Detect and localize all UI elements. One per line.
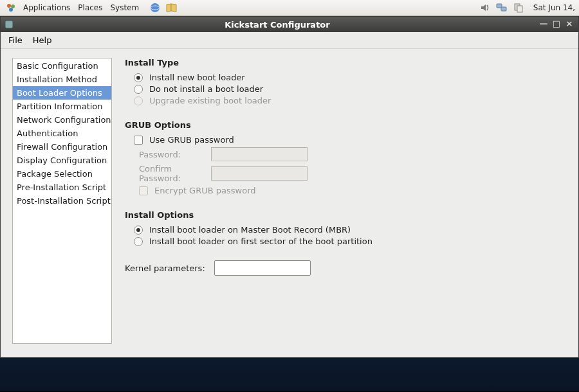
sidebar-item-auth[interactable]: Authentication (13, 127, 111, 140)
menubar: File Help (1, 32, 578, 49)
app-window: Kickstart Configurator — □ × File Help B… (0, 16, 579, 358)
sidebar: Basic Configuration Installation Method … (12, 58, 112, 344)
radio-icon (134, 96, 143, 105)
radio-icon (134, 73, 143, 82)
sidebar-item-pre-script[interactable]: Pre-Installation Script (13, 181, 111, 194)
desktop-strip (0, 358, 579, 391)
opt-label: Install boot loader on Master Boot Recor… (149, 225, 351, 235)
sidebar-item-package[interactable]: Package Selection (13, 167, 111, 181)
browser-icon[interactable] (149, 2, 161, 13)
opt-label: Do not install a boot loader (149, 84, 263, 94)
grub-confirm-row: Confirm Password: (139, 164, 372, 183)
sidebar-item-basic[interactable]: Basic Configuration (13, 59, 111, 73)
radio-icon (134, 226, 143, 235)
svg-rect-6 (501, 7, 506, 11)
maximize-button[interactable]: □ (551, 19, 562, 30)
close-button[interactable]: × (564, 19, 574, 30)
opt-no-install[interactable]: Do not install a boot loader (134, 84, 372, 94)
app-icon (5, 20, 15, 29)
panel-clock[interactable]: Sat Jun 14, (527, 3, 576, 12)
svg-point-2 (9, 8, 13, 12)
kernel-row: Kernel parameters: (125, 260, 372, 276)
svg-point-0 (7, 4, 11, 8)
svg-rect-8 (517, 6, 522, 12)
menu-help[interactable]: Help (28, 32, 57, 49)
content-pane: Install Type Install new boot loader Do … (112, 58, 372, 346)
grub-title: GRUB Options (125, 120, 372, 130)
opt-label: Install new boot loader (149, 73, 245, 82)
checkbox-icon (139, 186, 148, 195)
radio-icon (134, 237, 143, 246)
window-title: Kickstart Configurator (19, 20, 536, 30)
opt-label: Install boot loader on first sector of t… (149, 236, 372, 246)
sidebar-item-post-script[interactable]: Post-Installation Script (13, 194, 111, 208)
network-icon[interactable] (496, 2, 508, 13)
panel-menu-system[interactable]: System (106, 0, 143, 16)
chk-use-grub-pw[interactable]: Use GRUB password (134, 135, 372, 145)
opt-upgrade: Upgrade existing boot loader (134, 96, 372, 105)
grub-confirm-input (211, 166, 308, 181)
confirm-label: Confirm Password: (139, 164, 211, 183)
gnome-panel: Applications Places System Sat Jun 14, (0, 0, 579, 16)
install-type-title: Install Type (125, 58, 372, 67)
panel-menu-places[interactable]: Places (74, 0, 106, 16)
sidebar-item-boot-loader[interactable]: Boot Loader Options (13, 86, 111, 100)
chk-label: Use GRUB password (149, 135, 234, 145)
svg-rect-9 (5, 21, 13, 28)
menu-file[interactable]: File (3, 32, 28, 49)
gnome-foot-icon (5, 2, 17, 13)
titlebar: Kickstart Configurator — □ × (1, 17, 578, 32)
volume-icon[interactable] (479, 2, 491, 13)
svg-point-1 (11, 4, 15, 8)
grub-password-input (211, 147, 308, 161)
install-options-title: Install Options (125, 210, 372, 220)
kernel-label: Kernel parameters: (125, 263, 205, 273)
sidebar-item-display[interactable]: Display Configuration (13, 154, 111, 167)
sidebar-item-install-method[interactable]: Installation Method (13, 73, 111, 86)
sidebar-item-firewall[interactable]: Firewall Configuration (13, 140, 111, 154)
dictionary-icon[interactable] (166, 2, 178, 13)
app-body: Basic Configuration Installation Method … (1, 49, 578, 357)
sidebar-item-network[interactable]: Network Configuration (13, 113, 111, 127)
password-label: Password: (139, 150, 211, 159)
minimize-button[interactable]: — (538, 19, 549, 30)
chk-encrypt-grub: Encrypt GRUB password (139, 186, 372, 195)
panel-menu-applications[interactable]: Applications (19, 0, 74, 16)
grub-password-row: Password: (139, 147, 372, 161)
checkbox-icon (134, 136, 143, 145)
opt-label: Upgrade existing boot loader (149, 96, 271, 105)
opt-mbr[interactable]: Install boot loader on Master Boot Recor… (134, 225, 372, 235)
kernel-params-input[interactable] (214, 260, 311, 276)
sidebar-item-partition[interactable]: Partition Information (13, 100, 111, 113)
radio-icon (134, 85, 143, 94)
opt-install-new[interactable]: Install new boot loader (134, 73, 372, 82)
chk-label: Encrypt GRUB password (154, 186, 256, 195)
svg-point-3 (151, 3, 160, 12)
clipboard-icon[interactable] (513, 2, 524, 13)
opt-first-sector[interactable]: Install boot loader on first sector of t… (134, 236, 372, 246)
